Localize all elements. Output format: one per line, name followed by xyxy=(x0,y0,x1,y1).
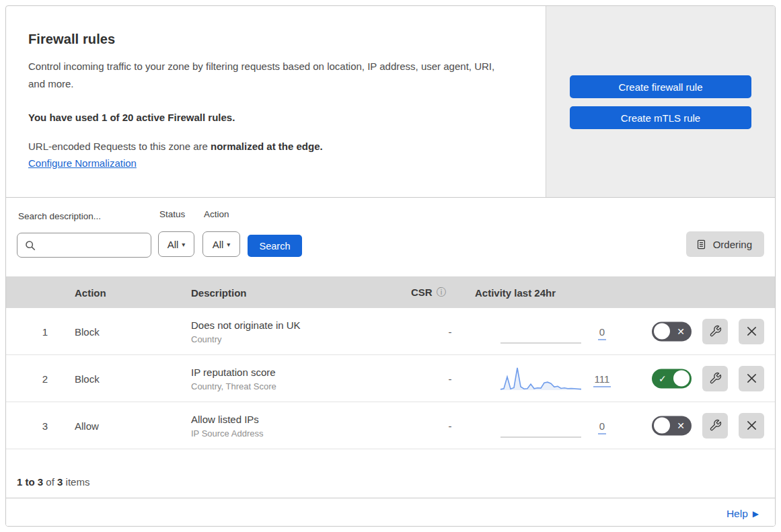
list-icon xyxy=(696,239,707,250)
rule-toggle-cell: ✓ ✕ xyxy=(652,416,692,435)
filter-bar: Search description... Status All ▾ Actio… xyxy=(6,198,775,276)
ordering-button-label: Ordering xyxy=(713,239,752,250)
activity-sparkline xyxy=(500,318,582,345)
search-icon xyxy=(24,239,36,252)
rule-action: Block xyxy=(75,373,100,384)
rule-priority: 2 xyxy=(33,373,57,384)
firewall-rules-panel: Firewall rules Control incoming traffic … xyxy=(5,5,776,527)
rule-action: Allow xyxy=(75,420,99,431)
status-filter-select[interactable]: All ▾ xyxy=(158,231,194,257)
usage-summary: You have used 1 of 20 active Firewall ru… xyxy=(28,112,519,123)
rule-description: IP reputation score xyxy=(191,366,276,377)
items-of: of xyxy=(43,476,57,488)
cross-icon: ✕ xyxy=(677,420,685,431)
close-icon xyxy=(746,373,757,384)
action-filter-value: All xyxy=(213,239,224,250)
search-input[interactable] xyxy=(17,233,151,258)
rule-description-cell: IP reputation score Country, Threat Scor… xyxy=(191,366,276,391)
check-icon: ✓ xyxy=(659,373,667,384)
rule-description: Does not originate in UK xyxy=(191,319,301,330)
close-icon xyxy=(746,326,757,337)
column-header-csr: CSR ⓘ xyxy=(411,287,446,299)
items-word: items xyxy=(63,476,89,488)
toggle-knob xyxy=(673,371,690,387)
page-title: Firewall rules xyxy=(28,32,519,47)
create-firewall-rule-button[interactable]: Create firewall rule xyxy=(570,75,751,98)
table-row: 1 Block Does not originate in UK Country… xyxy=(6,308,775,355)
rule-description: Allow listed IPs xyxy=(191,413,263,424)
edit-rule-button[interactable] xyxy=(702,319,728,344)
status-filter-value: All xyxy=(168,239,179,250)
table-footer: 1 to 3 of 3 items xyxy=(6,449,775,498)
normalization-bold: normalized at the edge. xyxy=(211,141,323,152)
rule-fields: Country xyxy=(191,334,301,344)
rule-fields: IP Source Address xyxy=(191,428,263,438)
status-filter-label: Status xyxy=(159,209,185,219)
action-filter-select[interactable]: All ▾ xyxy=(202,231,240,257)
header-text-block: Firewall rules Control incoming traffic … xyxy=(6,6,546,197)
toggle-knob xyxy=(654,324,670,340)
activity-count-link[interactable]: 0 xyxy=(598,326,606,340)
rule-priority: 1 xyxy=(33,326,57,337)
rule-fields: Country, Threat Score xyxy=(191,381,276,391)
rule-toggle-cell: ✓ ✕ xyxy=(652,369,692,388)
help-bar: Help ▶ xyxy=(6,498,775,527)
rule-csr-value: - xyxy=(437,420,463,431)
activity-count-cell: 111 xyxy=(582,373,622,384)
rule-action: Block xyxy=(75,326,100,337)
info-icon[interactable]: ⓘ xyxy=(437,287,446,299)
rule-priority: 3 xyxy=(33,420,57,431)
close-icon xyxy=(746,420,757,431)
rule-toggle-cell: ✓ ✕ xyxy=(652,321,692,341)
chevron-down-icon: ▾ xyxy=(227,241,230,248)
column-header-description: Description xyxy=(191,287,247,298)
rule-csr-value: - xyxy=(437,326,463,337)
wrench-icon xyxy=(709,419,722,432)
items-range-text: 1 to 3 of 3 items xyxy=(17,476,89,488)
table-row: 2 Block IP reputation score Country, Thr… xyxy=(6,355,775,402)
rule-csr-value: - xyxy=(437,373,463,384)
cross-icon: ✕ xyxy=(677,326,685,337)
table-row: 3 Allow Allow listed IPs IP Source Addre… xyxy=(6,402,775,449)
rule-description-cell: Allow listed IPs IP Source Address xyxy=(191,413,263,438)
ordering-button[interactable]: Ordering xyxy=(686,231,764,257)
configure-normalization-link[interactable]: Configure Normalization xyxy=(28,157,137,169)
column-header-action: Action xyxy=(75,287,106,298)
header-section: Firewall rules Control incoming traffic … xyxy=(6,6,775,198)
rule-toggle[interactable]: ✓ ✕ xyxy=(652,416,692,435)
arrow-right-icon: ▶ xyxy=(753,509,759,519)
activity-count-cell: 0 xyxy=(582,420,622,431)
rule-description-cell: Does not originate in UK Country xyxy=(191,319,301,344)
items-range: 1 to 3 xyxy=(17,476,43,488)
csr-header-label: CSR xyxy=(411,287,433,298)
rule-toggle[interactable]: ✓ ✕ xyxy=(652,369,692,388)
help-label: Help xyxy=(727,508,748,520)
table-header: Action Description CSR ⓘ Activity last 2… xyxy=(6,276,775,308)
delete-rule-button[interactable] xyxy=(739,366,764,391)
page-description: Control incoming traffic to your zone by… xyxy=(28,58,506,93)
header-actions-panel: Create firewall rule Create mTLS rule xyxy=(546,6,775,197)
chevron-down-icon: ▾ xyxy=(182,241,185,248)
edit-rule-button[interactable] xyxy=(702,413,728,439)
column-header-activity: Activity last 24hr xyxy=(475,287,556,298)
delete-rule-button[interactable] xyxy=(739,413,764,439)
normalization-prefix: URL-encoded Requests to this zone are xyxy=(28,141,211,152)
activity-sparkline xyxy=(500,365,582,392)
activity-count-link[interactable]: 0 xyxy=(598,420,606,434)
wrench-icon xyxy=(709,372,722,385)
edit-rule-button[interactable] xyxy=(702,366,728,391)
rule-toggle[interactable]: ✓ ✕ xyxy=(652,321,692,341)
activity-count-cell: 0 xyxy=(582,326,622,337)
activity-count-link[interactable]: 111 xyxy=(593,373,611,387)
action-filter-label: Action xyxy=(204,209,229,219)
normalization-note: URL-encoded Requests to this zone are no… xyxy=(28,141,519,152)
search-label: Search description... xyxy=(18,211,101,221)
create-mtls-rule-button[interactable]: Create mTLS rule xyxy=(570,106,751,129)
toggle-knob xyxy=(654,418,670,434)
help-link[interactable]: Help ▶ xyxy=(727,508,759,520)
search-button[interactable]: Search xyxy=(248,235,302,257)
wrench-icon xyxy=(709,325,722,338)
delete-rule-button[interactable] xyxy=(739,319,764,344)
activity-sparkline xyxy=(500,412,582,439)
